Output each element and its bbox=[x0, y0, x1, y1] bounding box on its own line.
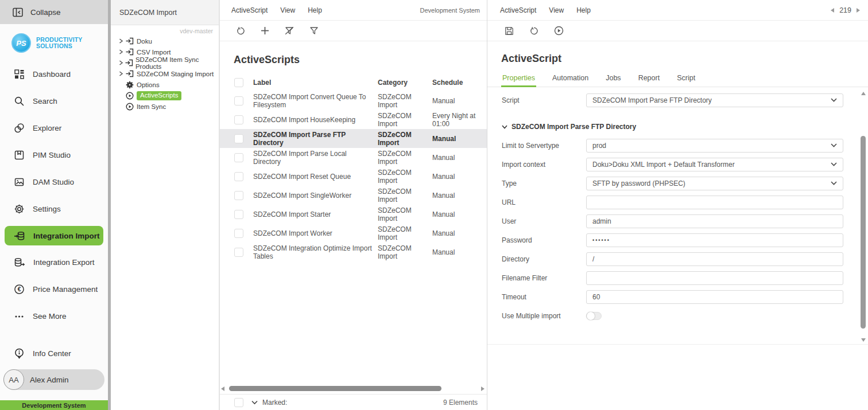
menu-activescript[interactable]: ActiveScript bbox=[500, 6, 536, 14]
row-checkbox[interactable] bbox=[234, 115, 243, 124]
prev-record-arrow[interactable] bbox=[831, 8, 834, 13]
import-context-select[interactable]: Doku>Doku XML Import + Default Transform… bbox=[586, 158, 843, 171]
column-schedule[interactable]: Schedule bbox=[432, 79, 487, 87]
user-menu[interactable]: AA Alex Admin bbox=[3, 369, 104, 390]
toggle-knob bbox=[587, 312, 595, 320]
sidebar-item-explorer[interactable]: Explorer bbox=[0, 115, 108, 142]
tab-report[interactable]: Report bbox=[637, 71, 661, 87]
menu-activescript[interactable]: ActiveScript bbox=[231, 6, 268, 14]
password-input[interactable]: •••••• bbox=[586, 233, 843, 247]
row-checkbox[interactable] bbox=[234, 191, 243, 200]
tree-item-activescripts[interactable]: ActiveScripts bbox=[111, 90, 219, 101]
tree-item-options[interactable]: Options bbox=[111, 79, 219, 90]
chevron-right-icon[interactable] bbox=[119, 60, 123, 65]
tab-automation[interactable]: Automation bbox=[551, 71, 590, 87]
table-row[interactable]: SDZeCOM Import Reset Queue SDZeCOM Impor… bbox=[220, 167, 487, 186]
save-button[interactable] bbox=[505, 26, 514, 36]
app-window: Collapse PS PRODUCTIVITY SOLUTIONS Dashb… bbox=[0, 0, 868, 410]
row-checkbox[interactable] bbox=[234, 229, 243, 238]
scrollbar-track[interactable] bbox=[861, 97, 866, 337]
row-checkbox[interactable] bbox=[234, 172, 243, 181]
chevron-right-icon[interactable] bbox=[119, 71, 123, 76]
marked-expander[interactable] bbox=[251, 400, 258, 405]
table-row[interactable]: SDZeCOM Integration Optimize Import Tabl… bbox=[220, 243, 487, 261]
type-select[interactable]: SFTP by password (PHPSEC) bbox=[586, 177, 843, 190]
table-row[interactable]: SDZeCOM Import HouseKeeping SDZeCOM Impo… bbox=[220, 110, 487, 129]
sidebar-item-integration-import[interactable]: Integration Import bbox=[5, 226, 103, 245]
filename-filter-input[interactable] bbox=[592, 274, 837, 282]
scrollbar-track[interactable] bbox=[227, 386, 479, 391]
sidebar-item-info-center[interactable]: Info Center bbox=[0, 342, 108, 365]
table-row[interactable]: SDZeCOM Import Starter SDZeCOM Import Ma… bbox=[220, 205, 487, 224]
environment-label: Development System bbox=[420, 7, 480, 14]
menu-help[interactable]: Help bbox=[308, 6, 322, 14]
list-menubar: ActiveScript View Help Development Syste… bbox=[220, 0, 487, 21]
sidebar-item-dashboard[interactable]: Dashboard bbox=[0, 61, 108, 88]
table-row[interactable]: SDZeCOM Import Convert Queue To Filesyst… bbox=[220, 91, 487, 110]
row-checkbox[interactable] bbox=[234, 96, 243, 106]
use-multiple-import-toggle[interactable] bbox=[586, 312, 602, 320]
tab-jobs[interactable]: Jobs bbox=[604, 71, 622, 87]
refresh-button[interactable] bbox=[529, 26, 538, 36]
refresh-button[interactable] bbox=[236, 26, 245, 36]
scrollbar-thumb[interactable] bbox=[861, 136, 866, 329]
scroll-up-arrow[interactable] bbox=[861, 92, 866, 95]
chevron-right-icon[interactable] bbox=[119, 49, 123, 54]
scroll-right-arrow[interactable] bbox=[481, 386, 485, 391]
chevron-down-icon bbox=[831, 98, 837, 102]
vertical-scrollbar[interactable] bbox=[860, 92, 866, 342]
section-header[interactable]: SDZeCOM Import Parse FTP Directory bbox=[487, 119, 868, 135]
row-checkbox[interactable] bbox=[234, 134, 243, 143]
sidebar-item-search[interactable]: Search bbox=[0, 88, 108, 115]
scrollbar-thumb[interactable] bbox=[229, 386, 441, 391]
tree-item-doku[interactable]: Doku bbox=[111, 36, 219, 46]
sidebar-item-price-management[interactable]: € Price Management bbox=[0, 276, 108, 303]
marked-checkbox[interactable] bbox=[234, 398, 243, 407]
user-input[interactable] bbox=[592, 217, 837, 225]
table-row[interactable]: SDZeCOM Import Parse Local Directory SDZ… bbox=[220, 148, 487, 167]
url-input[interactable] bbox=[592, 198, 837, 206]
column-label[interactable]: Label bbox=[253, 79, 378, 87]
menu-view[interactable]: View bbox=[549, 6, 564, 14]
price-management-icon: € bbox=[14, 284, 25, 295]
next-record-arrow[interactable] bbox=[857, 8, 860, 13]
limit-servertype-select[interactable]: prod bbox=[586, 139, 843, 153]
add-button[interactable] bbox=[261, 26, 269, 35]
directory-input[interactable] bbox=[592, 255, 837, 263]
scroll-left-arrow[interactable] bbox=[221, 386, 224, 391]
chevron-right-icon[interactable] bbox=[119, 38, 123, 44]
sidebar-item-settings[interactable]: Settings bbox=[0, 196, 108, 222]
version-label: vdev-master bbox=[111, 25, 219, 36]
sidebar-item-dam-studio[interactable]: DAM Studio bbox=[0, 169, 108, 196]
list-toolbar bbox=[220, 21, 487, 41]
table-row[interactable]: SDZeCOM Import Worker SDZeCOM Import Man… bbox=[220, 224, 487, 243]
select-all-checkbox[interactable] bbox=[234, 78, 243, 87]
sidebar-item-see-more[interactable]: See More bbox=[0, 303, 108, 330]
tree-item-staging-import[interactable]: SDZeCOM Staging Import bbox=[111, 68, 219, 79]
tree-item-item-sync[interactable]: Item Sync bbox=[111, 101, 219, 112]
table-row[interactable]: SDZeCOM Import SingleWorker SDZeCOM Impo… bbox=[220, 186, 487, 205]
integration-export-icon bbox=[14, 257, 25, 268]
menu-help[interactable]: Help bbox=[576, 6, 591, 14]
sidebar-item-integration-export[interactable]: Integration Export bbox=[0, 249, 108, 276]
horizontal-scrollbar[interactable] bbox=[221, 385, 485, 392]
sidebar-item-pim-studio[interactable]: PIM Studio bbox=[0, 142, 108, 169]
tab-script[interactable]: Script bbox=[676, 71, 696, 87]
tree-item-item-sync-products[interactable]: SDZeCOM Item Sync Products bbox=[111, 57, 219, 68]
tab-properties[interactable]: Properties bbox=[501, 71, 536, 87]
script-select[interactable]: SDZeCOM Import Parse FTP Directory bbox=[586, 93, 843, 107]
user-name: Alex Admin bbox=[30, 376, 69, 384]
chevron-down-icon bbox=[831, 143, 837, 147]
row-checkbox[interactable] bbox=[234, 248, 243, 257]
column-category[interactable]: Category bbox=[378, 79, 432, 87]
table-row-selected[interactable]: SDZeCOM Import Parse FTP Directory SDZeC… bbox=[220, 129, 487, 148]
row-checkbox[interactable] bbox=[234, 153, 243, 162]
filter-clear-button[interactable] bbox=[285, 26, 294, 35]
menu-view[interactable]: View bbox=[280, 6, 295, 14]
timeout-input[interactable] bbox=[592, 293, 837, 301]
row-checkbox[interactable] bbox=[234, 210, 243, 219]
filter-button[interactable] bbox=[309, 26, 319, 35]
scroll-down-arrow[interactable] bbox=[861, 338, 866, 342]
run-button[interactable] bbox=[554, 26, 564, 36]
collapse-button[interactable]: Collapse bbox=[0, 0, 108, 24]
